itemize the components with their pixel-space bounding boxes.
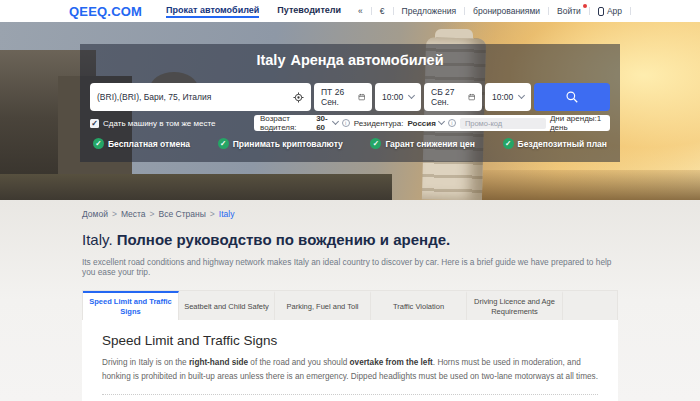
qeeq-logo[interactable]: QEEQ.COM [69, 4, 142, 19]
chevron-down-icon [408, 92, 415, 99]
check-icon: ✓ [370, 138, 381, 149]
page-title: Italy. Полное руководство по вождению и … [82, 231, 618, 248]
pickup-location-field[interactable]: (BRI),(BRI), Бари, 75, Италия [90, 83, 311, 111]
same-location-option[interactable]: ✓ Сдать машину в том же месте [90, 119, 248, 128]
bookings-link[interactable]: бронированиями [473, 6, 540, 16]
pickup-time-value: 10:00 [382, 92, 403, 102]
nav-car-rental[interactable]: Прокат автомобилей [166, 5, 259, 18]
breadcrumb-places[interactable]: Места [121, 209, 155, 219]
section-heading: Speed Limit and Traffic Signs [102, 333, 598, 348]
check-icon: ✓ [218, 138, 229, 149]
chevrons-left-icon[interactable]: « [358, 6, 363, 16]
divider [589, 7, 590, 15]
chevron-down-icon [332, 118, 339, 125]
check-icon: ✓ [93, 138, 104, 149]
phone-icon [598, 7, 604, 16]
divider [464, 7, 465, 15]
nav-guides[interactable]: Путеводители [277, 5, 341, 18]
offers-link[interactable]: Предложения [402, 6, 456, 16]
divider [548, 7, 549, 15]
tab-panel: Speed Limit and Traffic Signs Driving in… [82, 320, 618, 401]
pickup-date-field[interactable]: ПТ 26 Сен. [314, 83, 372, 111]
crosshair-location-icon [293, 92, 304, 103]
search-overlay: ItalyАренда автомобилей (BRI),(BRI), Бар… [80, 44, 620, 162]
driver-age-label: Возраст водителя: [260, 114, 312, 132]
divider [630, 7, 631, 15]
guide-tabs: Speed Limit and Traffic Signs Seatbelt a… [82, 290, 618, 320]
checkbox-checked-icon[interactable]: ✓ [90, 119, 99, 128]
dropoff-time-value: 10:00 [492, 92, 513, 102]
top-bar: QEEQ.COM Прокат автомобилей Путеводители… [0, 0, 700, 22]
tab-parking-fuel-toll[interactable]: Parking, Fuel and Toll [275, 291, 371, 320]
main-nav: Прокат автомобилей Путеводители [166, 5, 341, 18]
residency-select[interactable]: Россия [407, 119, 443, 128]
magnifier-icon [565, 90, 579, 104]
breadcrumb-home[interactable]: Домой [82, 209, 117, 219]
pickup-location-value: (BRI),(BRI), Бари, 75, Италия [97, 92, 211, 102]
dropoff-date-value: СБ 27 Сен. [431, 87, 464, 107]
pickup-date-value: ПТ 26 Сен. [321, 87, 354, 107]
feature-no-deposit: ✓ Бездепозитный план [503, 138, 607, 149]
search-options-row: ✓ Сдать машину в том же месте Возраст во… [90, 115, 610, 131]
info-icon[interactable] [448, 119, 456, 127]
app-link[interactable]: App [598, 6, 622, 16]
currency-selector[interactable]: € [380, 6, 385, 16]
pickup-time-field[interactable]: 10:00 [375, 83, 421, 111]
feature-price-guarantee: ✓ Гарант снижения цен [370, 138, 475, 149]
hero-title: ItalyАренда автомобилей [90, 52, 610, 68]
dropoff-date-field[interactable]: СБ 27 Сен. [424, 83, 482, 111]
tab-traffic-violation[interactable]: Traffic Violation [371, 291, 467, 320]
promo-code-input[interactable] [460, 118, 546, 129]
chevron-down-icon [438, 118, 445, 125]
breadcrumb-countries[interactable]: Все Страны [159, 209, 215, 219]
breadcrumb: Домой Места Все Страны Italy [82, 209, 618, 219]
options-panel: Возраст водителя: 30-60 Резидентура: Рос… [254, 115, 610, 131]
residency-label: Резидентура: [354, 119, 404, 128]
chevron-down-icon [518, 92, 525, 99]
section-paragraph: Driving in Italy is on the right-hand si… [102, 356, 598, 395]
info-icon[interactable] [342, 119, 350, 127]
calendar-icon [358, 92, 365, 102]
tab-driving-licence[interactable]: Driving Licence and Age Requirements [467, 291, 563, 320]
tab-seatbelt[interactable]: Seatbelt and Child Safety [179, 291, 275, 320]
page-content: Домой Места Все Страны Italy Italy. Полн… [0, 200, 700, 401]
tab-speed-limit[interactable]: Speed Limit and Traffic Signs [83, 291, 179, 320]
hero-photo-skyline [476, 170, 700, 200]
dropoff-time-field[interactable]: 10:00 [485, 83, 531, 111]
feature-free-cancellation: ✓ Бесплатная отмена [93, 138, 190, 149]
search-button[interactable] [534, 83, 610, 111]
same-location-label: Сдать машину в том же месте [103, 119, 215, 128]
login-link[interactable]: Войти [557, 6, 581, 16]
hero-photo-skyline [0, 174, 392, 200]
notification-dot [583, 4, 587, 8]
breadcrumb-italy: Italy [219, 209, 239, 219]
feature-badges: ✓ Бесплатная отмена ✓ Принимать криптова… [90, 138, 610, 149]
search-row: (BRI),(BRI), Бари, 75, Италия ПТ 26 Сен.… [90, 83, 610, 111]
check-icon: ✓ [503, 138, 514, 149]
page-subtitle: Its excellent road conditions and highwa… [82, 257, 618, 277]
divider [371, 7, 372, 15]
feature-crypto: ✓ Принимать криптовалюту [218, 138, 343, 149]
rental-days-label: Дни аренды:1 день [550, 114, 604, 132]
calendar-icon [468, 92, 475, 102]
driver-age-select[interactable]: 30-60 [316, 114, 338, 132]
hero-banner: ItalyАренда автомобилей (BRI),(BRI), Бар… [0, 22, 700, 200]
divider [393, 7, 394, 15]
